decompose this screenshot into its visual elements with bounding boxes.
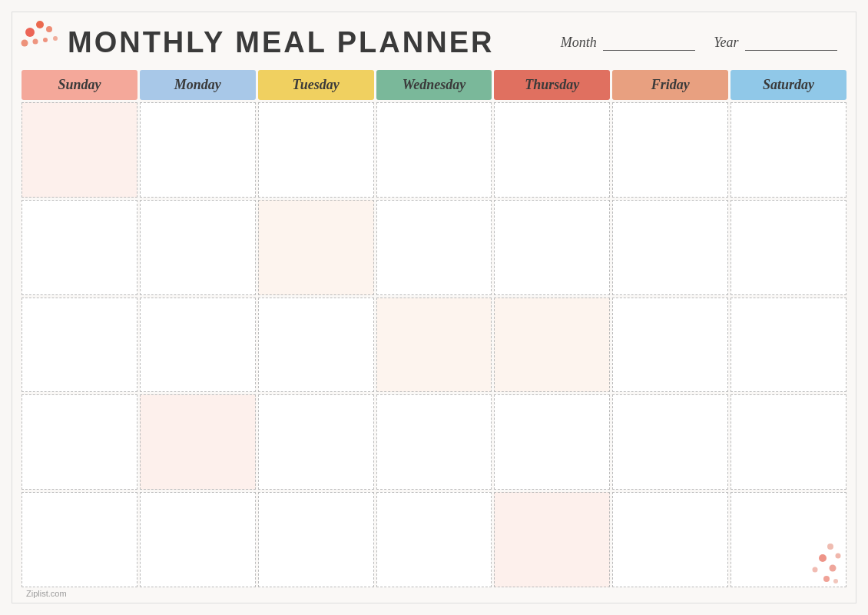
cell-r2c4[interactable]: [376, 200, 492, 295]
day-header-monday: Monday: [140, 70, 256, 100]
cell-r4c3[interactable]: [258, 394, 374, 490]
cell-r3c5[interactable]: [494, 298, 610, 393]
cell-r5c4[interactable]: [376, 492, 492, 587]
svg-point-12: [823, 576, 830, 582]
cell-r4c2[interactable]: [140, 394, 256, 490]
day-header-saturday: Saturday: [731, 70, 846, 100]
cell-r4c6[interactable]: [612, 394, 728, 490]
cell-r3c4[interactable]: [376, 298, 492, 393]
cell-r2c3[interactable]: [258, 200, 374, 295]
year-field: Year: [714, 35, 837, 51]
svg-point-8: [836, 554, 841, 559]
planner-page: MONTHLY MEAL PLANNER Month Year Sunday M…: [12, 12, 856, 603]
attribution-text: Ziplist.com: [26, 589, 67, 598]
day-header-tuesday: Tuesday: [258, 70, 374, 100]
cell-r5c5[interactable]: [494, 492, 610, 587]
cell-r5c2[interactable]: [140, 492, 256, 587]
month-line[interactable]: [603, 50, 695, 51]
day-header-thursday: Thursday: [494, 70, 610, 100]
cell-r4c4[interactable]: [376, 394, 492, 490]
cell-r1c3[interactable]: [258, 102, 374, 198]
svg-point-9: [819, 554, 827, 562]
cell-r1c4[interactable]: [376, 102, 492, 198]
cell-r2c5[interactable]: [494, 200, 610, 295]
day-header-sunday: Sunday: [22, 70, 137, 100]
decorative-dots-bottomright: [780, 539, 842, 589]
cell-r4c5[interactable]: [494, 394, 610, 490]
cell-r1c2[interactable]: [140, 102, 256, 198]
cell-r3c7[interactable]: [731, 298, 846, 393]
cell-r5c3[interactable]: [258, 492, 374, 587]
cell-r3c6[interactable]: [612, 298, 728, 393]
cell-r3c2[interactable]: [140, 298, 256, 393]
calendar: Sunday Monday Tuesday Wednesday Thursday…: [22, 70, 846, 587]
svg-point-10: [830, 565, 837, 572]
cell-r5c1[interactable]: [22, 492, 137, 587]
cell-r1c7[interactable]: [731, 102, 846, 198]
cell-r2c2[interactable]: [140, 200, 256, 295]
calendar-grid: [22, 102, 846, 587]
cell-r4c1[interactable]: [22, 394, 137, 490]
cell-r2c6[interactable]: [612, 200, 728, 295]
cell-r1c5[interactable]: [494, 102, 610, 198]
month-year-fields: Month Year: [561, 35, 837, 51]
cell-r5c6[interactable]: [612, 492, 728, 587]
cell-r2c7[interactable]: [731, 200, 846, 295]
day-headers-row: Sunday Monday Tuesday Wednesday Thursday…: [22, 70, 846, 100]
month-field: Month: [561, 35, 696, 51]
cell-r1c6[interactable]: [612, 102, 728, 198]
page-title: MONTHLY MEAL PLANNER: [68, 26, 494, 59]
day-header-friday: Friday: [612, 70, 728, 100]
day-header-wednesday: Wednesday: [376, 70, 492, 100]
svg-point-13: [833, 579, 838, 583]
header: MONTHLY MEAL PLANNER Month Year: [22, 20, 846, 62]
cell-r4c7[interactable]: [731, 394, 846, 490]
cell-r1c1[interactable]: [22, 102, 137, 198]
svg-point-7: [827, 544, 833, 550]
svg-point-11: [813, 567, 818, 573]
cell-r2c1[interactable]: [22, 200, 137, 295]
year-line[interactable]: [745, 50, 837, 51]
cell-r3c3[interactable]: [258, 298, 374, 393]
cell-r3c1[interactable]: [22, 298, 137, 393]
